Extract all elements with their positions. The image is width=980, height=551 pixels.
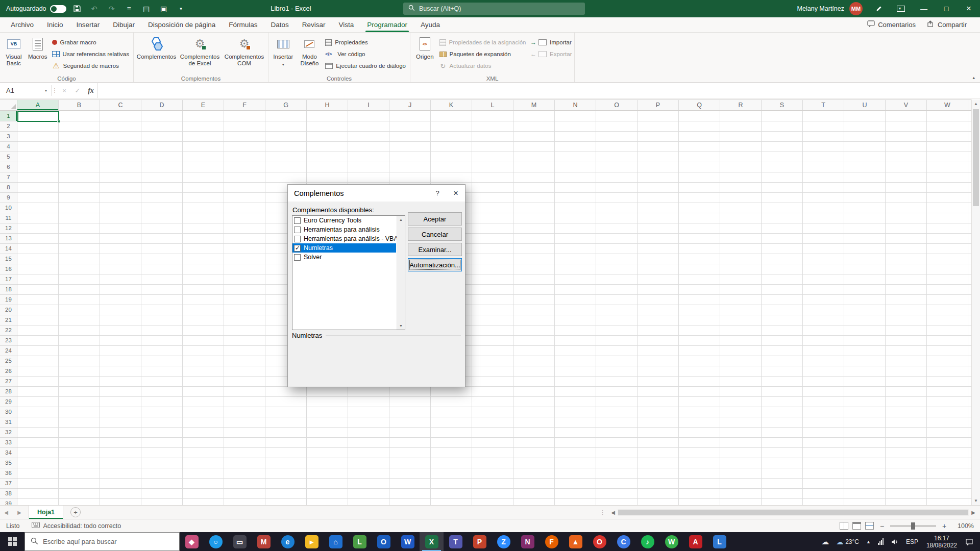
row-header-20[interactable]: 20 <box>0 305 17 315</box>
select-all-corner[interactable] <box>0 99 17 111</box>
normal-view-icon[interactable] <box>840 522 848 530</box>
taskbar-app-photos[interactable]: ◆ <box>180 532 204 551</box>
page-layout-view-icon[interactable] <box>852 522 861 530</box>
row-header-33[interactable]: 33 <box>0 438 17 448</box>
redo-icon[interactable]: ↷ <box>105 2 118 15</box>
tab-dibujar[interactable]: Dibujar <box>106 17 141 32</box>
row-header-4[interactable]: 4 <box>0 142 17 152</box>
volume-icon[interactable] <box>887 532 902 551</box>
taskbar-app-edge[interactable]: e <box>276 532 300 551</box>
share-button[interactable]: Compartir <box>927 20 967 29</box>
paquetes-expansion-button[interactable]: Paquetes de expansión <box>437 49 528 59</box>
checkbox-herramientas-para-an-lisis[interactable] <box>294 227 301 233</box>
checkbox-euro-currency-tools[interactable] <box>294 217 301 224</box>
column-header-n[interactable]: N <box>555 100 596 110</box>
taskbar-app-task-view[interactable]: ▭ <box>228 532 252 551</box>
taskbar-app-word[interactable]: W <box>396 532 420 551</box>
zoom-slider-thumb[interactable] <box>911 522 915 530</box>
dialog-titlebar[interactable]: Complementos ? × <box>288 185 465 202</box>
cancel-entry-icon[interactable]: × <box>58 83 71 98</box>
macros-button[interactable]: Macros <box>26 34 50 74</box>
undo-icon[interactable]: ↶ <box>88 2 101 15</box>
row-header-36[interactable]: 36 <box>0 468 17 479</box>
zoom-out-icon[interactable]: − <box>878 522 886 530</box>
page-break-view-icon[interactable] <box>865 522 874 530</box>
row-header-12[interactable]: 12 <box>0 223 17 234</box>
addin-item-herramientas-para-an-lisis[interactable]: Herramientas para análisis <box>292 225 396 234</box>
checkbox-numletras[interactable] <box>294 245 301 252</box>
row-header-35[interactable]: 35 <box>0 458 17 468</box>
listbox-scrollbar[interactable]: ▲ ▼ <box>397 216 405 330</box>
taskbar-app-mail[interactable]: M <box>252 532 276 551</box>
row-header-26[interactable]: 26 <box>0 366 17 377</box>
taskbar-app-whatsapp[interactable]: W <box>659 532 683 551</box>
tab-f-rmulas[interactable]: Fórmulas <box>222 17 264 32</box>
column-header-b[interactable]: B <box>59 100 100 110</box>
maximize-button[interactable]: □ <box>935 0 958 17</box>
customize-qat-icon[interactable]: ▾ <box>175 2 188 15</box>
action-center-icon[interactable] <box>962 532 977 551</box>
list-scroll-up-icon[interactable]: ▲ <box>397 216 405 223</box>
row-header-39[interactable]: 39 <box>0 499 17 505</box>
row-header-6[interactable]: 6 <box>0 162 17 172</box>
row-header-15[interactable]: 15 <box>0 254 17 264</box>
complementos-excel-button[interactable]: ⚙ Complementos de Excel <box>177 34 223 74</box>
taskbar-app-vlc[interactable]: ▲ <box>564 532 587 551</box>
propiedades-asignacion-button[interactable]: Propiedades de la asignación <box>437 37 528 47</box>
checkbox-herramientas-para-an-lisis-vba[interactable] <box>294 236 301 242</box>
row-header-29[interactable]: 29 <box>0 397 17 407</box>
row-header-3[interactable]: 3 <box>0 132 17 142</box>
cancelar-button[interactable]: Cancelar <box>408 228 462 241</box>
taskbar-app-teams[interactable]: T <box>444 532 468 551</box>
menu-icon[interactable]: ≡ <box>122 2 136 15</box>
zoom-slider[interactable] <box>890 525 936 527</box>
vertical-scrollbar[interactable]: ▲ ▼ <box>971 99 980 505</box>
origen-button[interactable]: <> Origen <box>412 34 437 74</box>
row-header-30[interactable]: 30 <box>0 407 17 417</box>
draw-pen-icon[interactable] <box>868 0 890 17</box>
row-header-13[interactable]: 13 <box>0 234 17 244</box>
examinar-button[interactable]: Examinar... <box>408 243 462 256</box>
user-name[interactable]: Melany Martínez <box>797 5 849 12</box>
zoom-level[interactable]: 100% <box>952 522 974 530</box>
new-sheet-button[interactable]: + <box>70 507 81 517</box>
row-header-14[interactable]: 14 <box>0 244 17 254</box>
column-header-j[interactable]: J <box>389 100 431 110</box>
selected-cell-a1[interactable] <box>17 111 59 122</box>
tab-datos[interactable]: Datos <box>264 17 295 32</box>
column-header-f[interactable]: F <box>224 100 265 110</box>
column-header-q[interactable]: Q <box>679 100 720 110</box>
automatizacion-button[interactable]: Automatización... <box>408 258 462 271</box>
horizontal-scrollbar[interactable] <box>618 509 969 516</box>
row-header-7[interactable]: 7 <box>0 172 17 183</box>
comments-button[interactable]: Comentarios <box>867 20 916 29</box>
formula-input[interactable] <box>97 83 980 98</box>
column-header-w[interactable]: W <box>927 100 968 110</box>
column-header-h[interactable]: H <box>307 100 348 110</box>
visual-basic-button[interactable]: VB Visual Basic <box>2 34 26 74</box>
tab-disposici-n-de-p-gina[interactable]: Disposición de página <box>141 17 222 32</box>
referencias-relativas-button[interactable]: Usar referencias relativas <box>50 49 131 59</box>
zoom-in-icon[interactable]: + <box>940 522 948 530</box>
row-header-27[interactable]: 27 <box>0 377 17 387</box>
taskbar-app-cortana[interactable]: ○ <box>204 532 228 551</box>
importar-button[interactable]: → Importar <box>528 37 572 47</box>
taskbar-app-libreoffice-writer[interactable]: L <box>707 532 731 551</box>
network-icon[interactable] <box>874 532 887 551</box>
row-header-37[interactable]: 37 <box>0 479 17 489</box>
column-header-k[interactable]: K <box>431 100 472 110</box>
confirm-entry-icon[interactable]: ✓ <box>71 83 84 98</box>
row-header-34[interactable]: 34 <box>0 448 17 458</box>
tab-inicio[interactable]: Inicio <box>40 17 70 32</box>
complementos-button[interactable]: Complementos <box>136 34 177 74</box>
row-header-19[interactable]: 19 <box>0 295 17 305</box>
taskbar-app-libreoffice[interactable]: L <box>348 532 372 551</box>
row-header-21[interactable]: 21 <box>0 315 17 325</box>
vertical-scroll-thumb[interactable] <box>973 109 979 206</box>
tab-insertar[interactable]: Insertar <box>70 17 107 32</box>
taskbar-app-firefox[interactable]: F <box>540 532 564 551</box>
checkbox-solver[interactable] <box>294 254 301 261</box>
quick-print-icon[interactable]: ▤ <box>140 2 153 15</box>
taskbar-app-microsoft-store[interactable]: ⌂ <box>324 532 348 551</box>
insert-function-icon[interactable]: fx <box>84 83 97 98</box>
